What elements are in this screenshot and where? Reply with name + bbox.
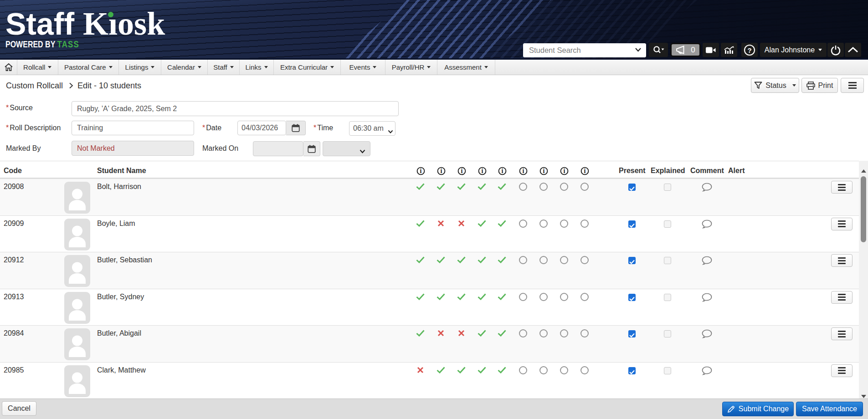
svg-text:i: i: [441, 168, 442, 174]
svg-text:i: i: [564, 168, 565, 174]
svg-text:i: i: [482, 168, 483, 174]
svg-text:i: i: [461, 168, 463, 174]
svg-text:?: ?: [747, 46, 751, 54]
svg-text:i: i: [584, 168, 586, 174]
svg-text:i: i: [523, 168, 524, 174]
svg-text:i: i: [543, 168, 545, 174]
svg-text:i: i: [420, 168, 422, 174]
svg-text:i: i: [502, 168, 503, 174]
